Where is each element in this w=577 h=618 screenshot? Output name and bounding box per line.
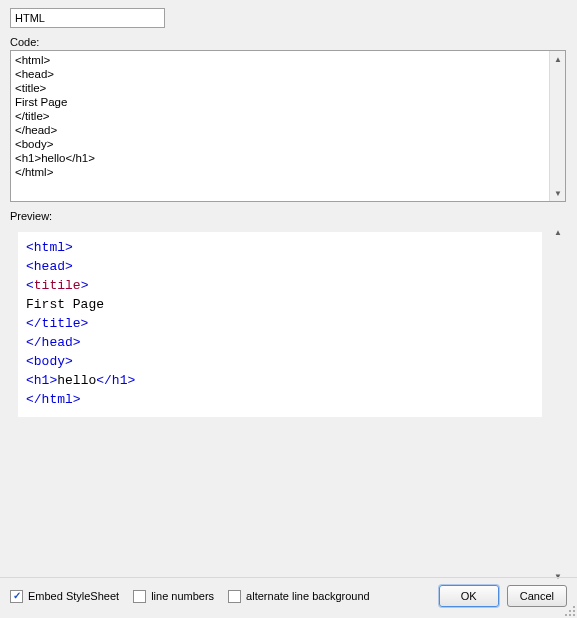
checkbox-icon[interactable] — [10, 590, 23, 603]
preview-label: Preview: — [10, 210, 567, 222]
embed-stylesheet-option[interactable]: Embed StyleSheet — [10, 590, 119, 603]
dialog-root: Code: ▲ ▼ Preview: <html><head><titile>F… — [0, 0, 577, 618]
svg-point-0 — [573, 606, 575, 608]
bottom-bar: Embed StyleSheet line numbers alternate … — [10, 584, 567, 608]
option-label: alternate line background — [246, 590, 370, 602]
preview-scrollbar[interactable]: ▲ ▼ — [550, 224, 566, 584]
code-textarea[interactable] — [11, 51, 551, 201]
svg-point-5 — [573, 614, 575, 616]
ok-button[interactable]: OK — [439, 585, 499, 607]
preview-card: <html><head><titile>First Page</title></… — [18, 232, 542, 417]
scroll-down-icon[interactable]: ▼ — [550, 185, 566, 201]
svg-point-3 — [565, 614, 567, 616]
code-editor-wrap: ▲ ▼ — [10, 50, 566, 202]
scroll-down-icon[interactable]: ▼ — [550, 568, 566, 584]
preview-content: <html><head><titile>First Page</title></… — [10, 224, 550, 584]
svg-point-4 — [569, 614, 571, 616]
code-label: Code: — [10, 36, 567, 48]
preview-line: </title> — [26, 314, 534, 333]
option-label: line numbers — [151, 590, 214, 602]
scroll-up-icon[interactable]: ▲ — [550, 224, 566, 240]
format-name-input[interactable] — [10, 8, 165, 28]
svg-point-1 — [569, 610, 571, 612]
preview-line: </html> — [26, 390, 534, 409]
option-label: Embed StyleSheet — [28, 590, 119, 602]
separator — [0, 577, 577, 578]
preview-line: <h1>hello</h1> — [26, 371, 534, 390]
preview-line: </head> — [26, 333, 534, 352]
preview-line: <body> — [26, 352, 534, 371]
checkbox-icon[interactable] — [228, 590, 241, 603]
svg-point-2 — [573, 610, 575, 612]
code-scrollbar[interactable]: ▲ ▼ — [549, 51, 565, 201]
preview-line: <titile> — [26, 276, 534, 295]
preview-line: First Page — [26, 295, 534, 314]
preview-pane: <html><head><titile>First Page</title></… — [10, 224, 566, 584]
preview-line: <head> — [26, 257, 534, 276]
preview-line: <html> — [26, 238, 534, 257]
cancel-button[interactable]: Cancel — [507, 585, 567, 607]
line-numbers-option[interactable]: line numbers — [133, 590, 214, 603]
checkbox-icon[interactable] — [133, 590, 146, 603]
alternate-bg-option[interactable]: alternate line background — [228, 590, 370, 603]
scroll-up-icon[interactable]: ▲ — [550, 51, 566, 67]
